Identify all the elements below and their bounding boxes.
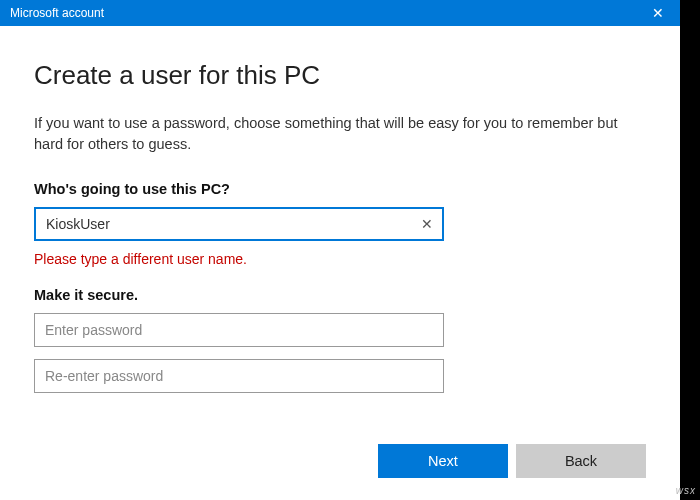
next-button[interactable]: Next [378, 444, 508, 478]
username-field-wrap: ✕ [34, 207, 646, 241]
close-button[interactable]: ✕ [636, 0, 680, 26]
clear-input-button[interactable]: ✕ [410, 207, 444, 241]
password-field-wrap [34, 313, 646, 347]
watermark: wsx [676, 485, 696, 496]
window-title: Microsoft account [10, 6, 104, 20]
page-title: Create a user for this PC [34, 60, 646, 91]
dialog-window: Microsoft account ✕ Create a user for th… [0, 0, 680, 500]
password-section-label: Make it secure. [34, 287, 646, 303]
password-confirm-field-wrap [34, 359, 646, 393]
username-label: Who's going to use this PC? [34, 181, 646, 197]
dialog-footer: Next Back [0, 444, 680, 500]
titlebar: Microsoft account ✕ [0, 0, 680, 26]
close-icon: ✕ [652, 5, 664, 21]
password-confirm-input[interactable] [34, 359, 444, 393]
dialog-content: Create a user for this PC If you want to… [0, 26, 680, 444]
username-input[interactable] [34, 207, 444, 241]
password-input[interactable] [34, 313, 444, 347]
error-message: Please type a different user name. [34, 251, 646, 267]
back-button[interactable]: Back [516, 444, 646, 478]
clear-icon: ✕ [421, 216, 433, 232]
instruction-text: If you want to use a password, choose so… [34, 113, 646, 155]
